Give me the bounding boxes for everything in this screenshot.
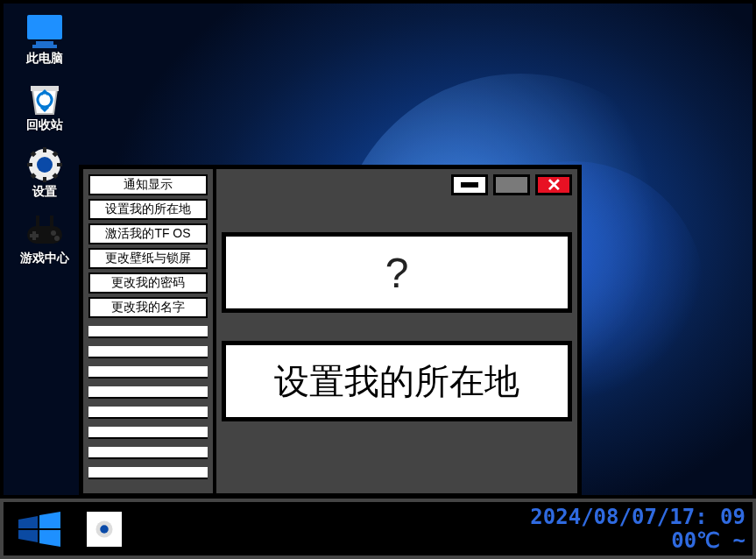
window-titlebar: ✕ [222,174,572,195]
svg-rect-15 [36,216,39,228]
svg-rect-7 [43,177,46,182]
start-button[interactable] [5,503,74,555]
sidebar-item-name[interactable]: 更改我的名字 [88,297,208,318]
svg-rect-2 [32,45,57,48]
desktop: 此电脑 回收站 [0,0,756,499]
icon-label: 此电脑 [26,51,63,67]
svg-marker-21 [18,516,38,528]
sidebar-blank [88,386,208,399]
sidebar-item-wallpaper[interactable]: 更改壁纸与锁屏 [88,248,208,269]
sidebar-blank [88,467,208,479]
desktop-icon-recycle-bin[interactable]: 回收站 [14,79,75,133]
desktop-icon-game-center[interactable]: 游戏中心 [14,212,75,266]
maximize-button[interactable] [493,174,530,195]
icon-label: 设置 [32,184,57,200]
tray-temperature: 00℃ ~ [530,529,745,552]
recycle-icon [24,79,66,117]
minimize-icon [461,182,478,188]
close-button[interactable]: ✕ [535,174,572,195]
gear-icon [24,145,66,184]
svg-point-5 [37,157,53,173]
icon-label: 回收站 [26,117,63,133]
sidebar-blank [88,366,208,379]
svg-marker-24 [39,530,60,547]
windows-logo-icon [15,509,64,549]
question-mark: ? [385,249,409,297]
sidebar-item-password[interactable]: 更改我的密码 [88,272,208,294]
svg-point-19 [51,230,56,236]
gamepad-icon [24,212,66,251]
taskbar-app-settings[interactable] [84,509,124,549]
icon-label: 游戏中心 [20,251,69,266]
desktop-icon-this-pc[interactable]: 此电脑 [14,12,75,67]
sidebar-blank [88,447,208,459]
content-preview-panel: ? [222,232,572,313]
svg-point-20 [54,236,60,241]
sidebar-item-notifications[interactable]: 通知显示 [88,174,208,195]
monitor-icon [24,12,66,51]
svg-marker-23 [18,530,38,542]
content-title: 设置我的所在地 [274,357,519,406]
svg-rect-9 [57,163,62,166]
settings-content: ✕ ? 设置我的所在地 [213,169,577,493]
svg-rect-18 [30,234,39,237]
gear-icon [91,516,117,542]
svg-rect-6 [43,147,46,152]
settings-sidebar: 通知显示 设置我的所在地 激活我的TF OS 更改壁纸与锁屏 更改我的密码 更改… [83,169,213,493]
content-title-panel: 设置我的所在地 [222,341,572,421]
svg-marker-22 [39,512,60,528]
desktop-icon-settings[interactable]: 设置 [14,145,75,200]
sidebar-blank [88,326,208,338]
tray-datetime: 2024/08/07/17: 09 [530,506,745,528]
system-tray[interactable]: 2024/08/07/17: 09 00℃ ~ [530,506,745,552]
sidebar-blank [88,427,208,439]
desktop-icons: 此电脑 回收站 [14,12,75,279]
close-icon: ✕ [547,174,562,195]
settings-window: 通知显示 设置我的所在地 激活我的TF OS 更改壁纸与锁屏 更改我的密码 更改… [79,165,582,498]
taskbar: 2024/08/07/17: 09 00℃ ~ [0,499,756,559]
svg-rect-0 [27,15,62,39]
svg-rect-16 [50,216,53,228]
sidebar-blank [88,407,208,419]
minimize-button[interactable] [451,174,488,195]
sidebar-item-activate[interactable]: 激活我的TF OS [88,223,208,244]
svg-rect-8 [27,163,32,166]
sidebar-item-location[interactable]: 设置我的所在地 [88,199,208,220]
svg-point-26 [100,525,109,534]
svg-rect-1 [36,41,53,45]
sidebar-blank [88,346,208,358]
